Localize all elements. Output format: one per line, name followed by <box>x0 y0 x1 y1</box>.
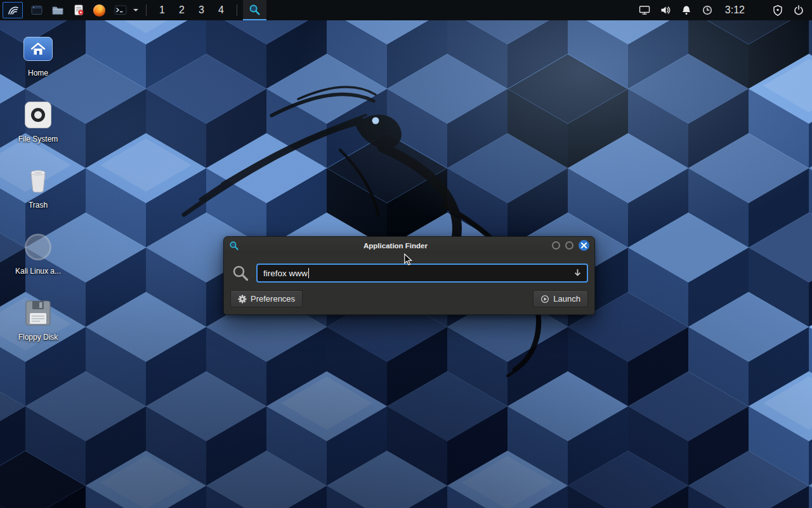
applications-menu-button[interactable] <box>3 2 23 18</box>
launcher-file-manager[interactable] <box>47 0 68 20</box>
application-finder-icon <box>249 4 261 16</box>
desktop-icon-kali-docs[interactable]: Kali Linux a... <box>6 231 70 276</box>
launcher-window-app[interactable] <box>26 0 47 20</box>
power-icon <box>793 4 804 16</box>
search-icon <box>232 264 249 282</box>
application-finder-icon <box>229 241 239 251</box>
workspace-switcher: 1 2 3 4 <box>152 0 231 20</box>
close-icon <box>581 243 587 248</box>
panel-separator <box>237 4 237 16</box>
system-tray: 3:12 <box>639 0 812 20</box>
desktop-icon-label: Floppy Disk <box>6 333 70 342</box>
shield-icon <box>772 4 783 16</box>
window-title: Application Finder <box>244 242 547 250</box>
kali-docs-icon <box>25 234 51 260</box>
launcher-text-editor[interactable] <box>68 0 89 20</box>
clock-icon <box>702 4 713 16</box>
display-icon <box>639 4 650 16</box>
dialog-body: firefox www <box>224 254 594 314</box>
launcher-bar <box>26 0 140 20</box>
kali-logo-icon <box>6 4 19 17</box>
volume-tray-button[interactable] <box>660 4 671 16</box>
top-panel: 1 2 3 4 <box>0 0 812 20</box>
power-tray-button[interactable] <box>793 4 804 16</box>
preferences-label: Preferences <box>251 294 295 304</box>
desktop-icon-file-system[interactable]: File System <box>6 99 70 144</box>
clock-tray-button[interactable] <box>702 4 713 16</box>
security-tray-button[interactable] <box>772 4 783 16</box>
workspace-4[interactable]: 4 <box>211 0 231 20</box>
minimize-button[interactable] <box>552 241 560 250</box>
firefox-icon <box>93 4 105 17</box>
button-row: Preferences Launch <box>230 290 588 307</box>
launch-button[interactable]: Launch <box>533 290 588 307</box>
desktop-icon-home[interactable]: Home <box>6 33 70 77</box>
preferences-button[interactable]: Preferences <box>230 290 303 307</box>
panel-separator <box>146 4 147 16</box>
taskbar-item-application-finder[interactable] <box>243 0 266 20</box>
panel-clock[interactable]: 3:12 <box>725 4 745 16</box>
launch-icon <box>540 295 549 304</box>
desktop-icon-label: Trash <box>6 201 70 210</box>
file-manager-icon <box>51 4 64 17</box>
workspace-2[interactable]: 2 <box>172 0 192 20</box>
search-input-value: firefox www <box>263 269 308 278</box>
launcher-terminal-dropdown[interactable] <box>131 0 140 20</box>
window-app-icon <box>30 4 43 17</box>
desktop: 1 2 3 4 <box>0 0 812 508</box>
desktop-icon-label: Home <box>6 69 70 77</box>
launcher-terminal[interactable] <box>110 0 131 20</box>
home-folder-icon <box>23 37 53 61</box>
desktop-icon-label: Kali Linux a... <box>6 267 70 276</box>
workspace-1[interactable]: 1 <box>152 0 172 20</box>
close-button[interactable] <box>579 240 589 251</box>
search-input[interactable]: firefox www <box>256 264 588 283</box>
titlebar[interactable]: Application Finder <box>224 237 594 254</box>
display-tray-button[interactable] <box>639 4 650 16</box>
notifications-tray-button[interactable] <box>681 4 692 16</box>
desktop-icon-floppy-disk[interactable]: Floppy Disk <box>6 297 70 342</box>
terminal-icon <box>114 4 127 17</box>
text-editor-icon <box>72 4 85 17</box>
volume-icon <box>660 4 671 16</box>
floppy-disk-icon <box>25 300 51 326</box>
launch-label: Launch <box>553 294 580 304</box>
notifications-bell-icon <box>681 4 692 16</box>
desktop-icon-label: File System <box>6 135 70 144</box>
trash-icon <box>26 167 50 195</box>
workspace-3[interactable]: 3 <box>192 0 211 20</box>
file-system-icon <box>25 102 51 128</box>
launcher-firefox[interactable] <box>89 0 110 20</box>
search-row: firefox www <box>230 260 588 283</box>
expand-results-button[interactable] <box>573 268 582 280</box>
chevron-down-icon <box>133 9 138 14</box>
down-arrow-icon <box>573 268 582 277</box>
application-finder-window: Application Finder firefox www <box>223 236 595 315</box>
desktop-icon-trash[interactable]: Trash <box>6 165 70 210</box>
maximize-button[interactable] <box>565 241 573 250</box>
text-caret <box>308 268 310 278</box>
gear-icon <box>238 295 247 304</box>
